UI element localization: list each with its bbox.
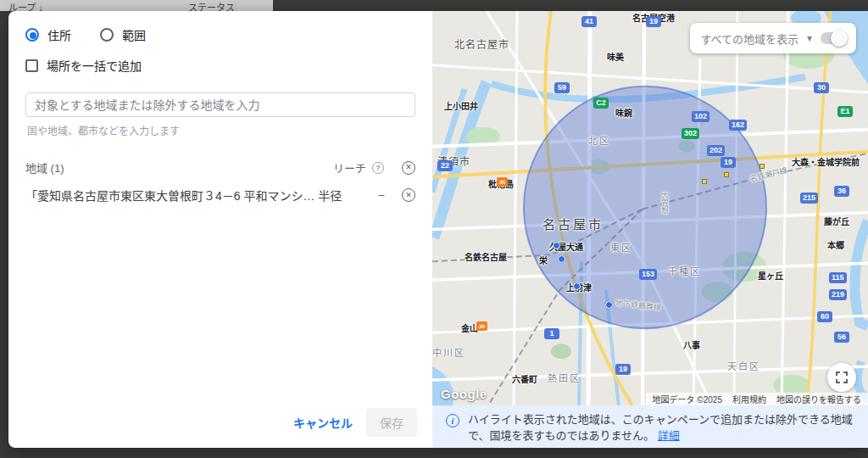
dialog-actions: キャンセル 保存 (293, 408, 417, 437)
chevron-down-icon (807, 32, 812, 44)
search-hint-text: 国や地域、都市などを入力します (27, 123, 415, 137)
region-display-dropdown[interactable]: すべての地域を表示 (690, 23, 856, 53)
info-icon (446, 414, 459, 427)
learn-more-link[interactable]: 詳細 (658, 429, 680, 442)
location-search-input[interactable] (25, 92, 415, 117)
bulk-add-label: 場所を一括で追加 (47, 57, 142, 74)
radio-address-selected-icon[interactable] (25, 28, 39, 42)
fullscreen-button[interactable] (827, 363, 856, 392)
region-count-label: 地域 (1) (25, 159, 64, 176)
reach-help-icon[interactable] (372, 162, 384, 174)
google-logo: Google (441, 387, 487, 401)
cancel-button[interactable]: キャンセル (293, 414, 353, 431)
terms-link[interactable]: 利用規約 (732, 393, 766, 405)
radio-address-label: 住所 (47, 26, 71, 43)
location-edit-panel: 住所 範囲 場所を一括で追加 国や地域、都市などを入力します 地域 (1) リー… (8, 11, 432, 448)
region-item-reach-value: − (378, 188, 385, 202)
map-column: 名古屋空港北名古屋市味美味鋺上小田井北区清須市枇杷島大森・金城学院前名鉄瀬戸線大… (432, 11, 868, 448)
remove-region-icon[interactable] (402, 188, 415, 202)
radio-option-radius[interactable]: 範囲 (100, 26, 146, 43)
dropdown-label: すべての地域を表示 (700, 31, 798, 47)
reach-column-label: リーチ (333, 159, 366, 176)
toggle-knob (831, 30, 848, 47)
bulk-add-checkbox-row[interactable]: 場所を一括で追加 (25, 57, 415, 74)
map-base-art (432, 11, 868, 405)
bulk-add-checkbox[interactable] (25, 59, 38, 72)
region-list-item: 「愛知県名古屋市東区東大曽根町３4－6 平和マンシ… 半径 − (25, 187, 415, 204)
map-data-credit: 地図データ ©2025 (653, 393, 722, 405)
save-button[interactable]: 保存 (366, 408, 417, 437)
report-error-link[interactable]: 地図の誤りを報告する (776, 393, 861, 405)
region-list-header: 地域 (1) リーチ (25, 159, 415, 176)
show-all-regions-toggle[interactable] (821, 32, 846, 44)
region-item-name: 「愛知県名古屋市東区東大曽根町３4－6 平和マンシ… 半径 (25, 187, 378, 204)
highlight-info-bar: ハイライト表示された地域は、このキャンペーンで追加または除外できる地域で、国境を… (432, 405, 868, 448)
radius-overlay (524, 87, 766, 328)
radio-option-address[interactable]: 住所 (25, 26, 71, 43)
expand-icon (834, 370, 849, 385)
bg-column-group: ループ ↓ (8, 0, 43, 11)
location-mode-radio-group: 住所 範囲 (25, 26, 415, 43)
radio-radius-icon[interactable] (100, 28, 114, 42)
background-table-header: ループ ↓ ステータス (0, 0, 273, 11)
map-canvas[interactable]: 名古屋空港北名古屋市味美味鋺上小田井北区清須市枇杷島大森・金城学院前名鉄瀬戸線大… (432, 11, 868, 405)
location-settings-dialog: 住所 範囲 場所を一括で追加 国や地域、都市などを入力します 地域 (1) リー… (8, 11, 868, 448)
remove-all-regions-icon[interactable] (402, 161, 415, 175)
bg-column-status: ステータス (188, 0, 235, 11)
map-attribution: 地図データ ©2025 利用規約 地図の誤りを報告する (646, 393, 868, 405)
radio-radius-label: 範囲 (122, 26, 146, 43)
